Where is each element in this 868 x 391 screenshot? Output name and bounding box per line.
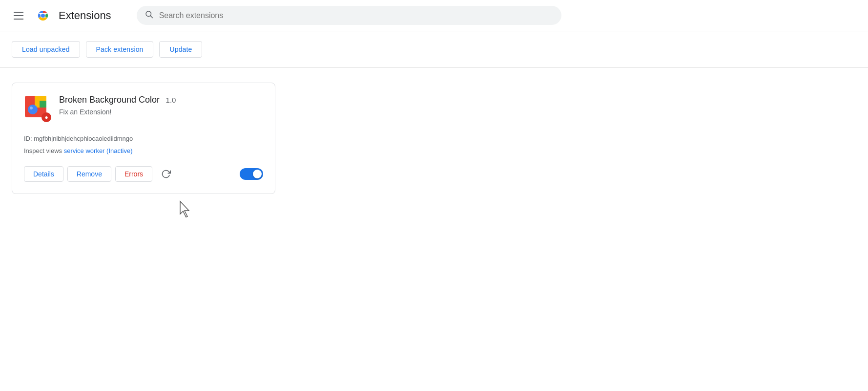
toggle-thumb [253, 170, 262, 178]
extension-card: ● Broken Background Color 1.0 Fix an Ext… [12, 83, 275, 194]
inspect-views-line: Inspect views service worker (Inactive) [24, 146, 263, 156]
svg-line-4 [150, 16, 152, 18]
extension-description: Fix an Extension! [59, 108, 263, 116]
search-box [137, 6, 561, 25]
main-content: ● Broken Background Color 1.0 Fix an Ext… [0, 68, 868, 209]
card-footer: Details Remove Errors [24, 166, 263, 182]
extension-name: Broken Background Color [59, 95, 160, 105]
search-container [137, 6, 561, 25]
extension-id: ID: mgfbhjnibhjdehcphiocaoiediidmngo [24, 134, 263, 144]
extension-toggle[interactable] [240, 168, 263, 180]
card-header: ● Broken Background Color 1.0 Fix an Ext… [24, 95, 263, 122]
chrome-logo [35, 8, 51, 23]
extension-icon-wrapper: ● [24, 95, 51, 122]
toolbar: Load unpacked Pack extension Update [0, 31, 868, 68]
svg-point-9 [30, 107, 33, 109]
extension-version: 1.0 [166, 96, 176, 104]
menu-icon[interactable] [10, 8, 27, 23]
svg-rect-7 [40, 101, 46, 108]
page-title: Extensions [59, 9, 111, 22]
svg-point-2 [41, 14, 45, 18]
reload-button[interactable] [158, 166, 174, 182]
details-button[interactable]: Details [24, 166, 63, 182]
error-badge: ● [41, 112, 51, 122]
header: Extensions [0, 0, 868, 31]
remove-button[interactable]: Remove [67, 166, 111, 182]
load-unpacked-button[interactable]: Load unpacked [12, 41, 80, 58]
pack-extension-button[interactable]: Pack extension [86, 41, 154, 58]
errors-button[interactable]: Errors [115, 166, 152, 182]
update-button[interactable]: Update [159, 41, 202, 58]
card-meta: ID: mgfbhjnibhjdehcphiocaoiediidmngo Ins… [24, 134, 263, 156]
svg-point-8 [28, 105, 38, 114]
inspect-label: Inspect views [24, 147, 64, 154]
search-icon [145, 10, 153, 21]
card-title-area: Broken Background Color 1.0 Fix an Exten… [59, 95, 263, 116]
search-input[interactable] [159, 11, 554, 20]
service-worker-link[interactable]: service worker (Inactive) [64, 147, 133, 154]
